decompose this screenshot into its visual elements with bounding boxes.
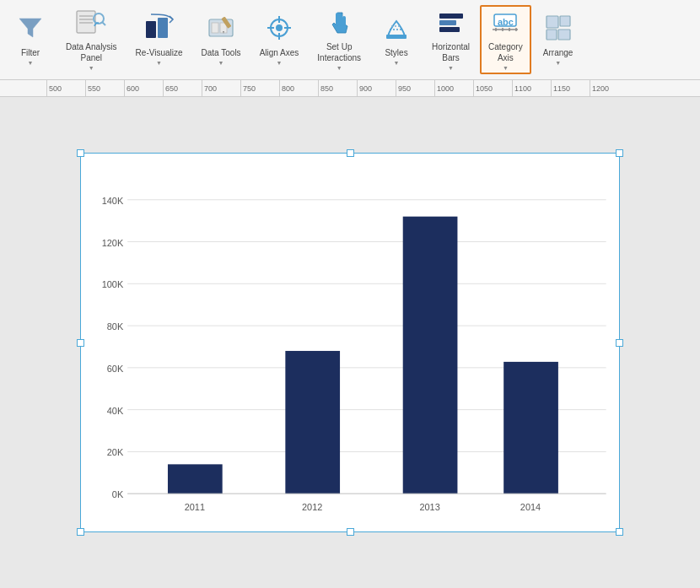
handle-mid-right[interactable] [616, 339, 623, 347]
category-axis-label: CategoryAxis [488, 41, 523, 63]
svg-text:60K: 60K [107, 364, 124, 374]
data-tools-tool[interactable]: Data Tools ▼ [193, 5, 250, 74]
svg-rect-23 [386, 35, 407, 39]
align-axes-tool[interactable]: Align Axes ▼ [251, 5, 308, 74]
styles-icon [380, 12, 412, 44]
data-tools-caret: ▼ [218, 59, 224, 67]
align-axes-caret: ▼ [277, 59, 283, 67]
data-analysis-label: Data AnalysisPanel [66, 41, 117, 63]
arrange-label: Arrange [543, 47, 573, 58]
filter-icon [14, 12, 46, 44]
chart-svg: 0K 20K 40K 60K 80K 100K 120K 140K 2011 2… [81, 154, 619, 531]
svg-marker-0 [19, 19, 41, 37]
styles-tool[interactable]: Styles ▼ [371, 5, 422, 74]
handle-mid-left[interactable] [77, 339, 84, 347]
arrange-tool[interactable]: Arrange ▼ [533, 5, 584, 74]
svg-text:2012: 2012 [302, 502, 322, 512]
handle-bot-mid[interactable] [347, 528, 354, 536]
data-tools-icon [205, 12, 237, 44]
data-analysis-caret: ▼ [89, 64, 94, 72]
handle-top-right[interactable] [616, 149, 623, 157]
svg-text:2013: 2013 [419, 502, 439, 512]
data-analysis-panel-tool[interactable]: Data AnalysisPanel ▼ [57, 5, 126, 74]
canvas-area: 0K 20K 40K 60K 80K 100K 120K 140K 2011 2… [0, 97, 700, 588]
svg-text:120K: 120K [102, 238, 124, 248]
svg-text:2011: 2011 [185, 502, 205, 512]
align-axes-icon [263, 12, 295, 44]
interactions-caret: ▼ [337, 64, 342, 72]
handle-bot-right[interactable] [616, 528, 623, 536]
svg-point-15 [276, 24, 283, 31]
svg-rect-39 [558, 30, 570, 40]
svg-text:2014: 2014 [520, 502, 541, 512]
toolbar: Filter ▼ Data AnalysisPanel ▼ [0, 0, 700, 80]
ruler: 500 550 600 650 700 750 800 850 900 950 … [0, 80, 700, 97]
data-analysis-icon [75, 8, 107, 38]
svg-line-6 [102, 22, 105, 25]
category-axis-tool[interactable]: abc CategoryAxis ▼ [480, 5, 531, 74]
svg-rect-22 [342, 16, 346, 26]
bar-2011[interactable] [168, 464, 223, 494]
svg-text:abc: abc [498, 17, 514, 27]
category-axis-caret: ▼ [503, 64, 509, 72]
svg-rect-36 [547, 16, 558, 28]
arrange-caret: ▼ [555, 59, 561, 67]
svg-rect-28 [439, 27, 460, 32]
styles-caret: ▼ [394, 59, 400, 67]
horizontal-bars-label: HorizontalBars [432, 41, 470, 63]
svg-rect-10 [212, 23, 218, 33]
svg-text:20K: 20K [107, 447, 124, 457]
filter-caret: ▼ [28, 59, 34, 67]
interactions-icon [323, 8, 355, 38]
re-visualize-icon [143, 12, 175, 44]
chart-container[interactable]: 0K 20K 40K 60K 80K 100K 120K 140K 2011 2… [80, 153, 620, 532]
svg-text:0K: 0K [112, 489, 124, 499]
re-visualize-tool[interactable]: Re-Visualize ▼ [127, 5, 191, 74]
svg-rect-21 [339, 14, 342, 26]
svg-rect-20 [336, 13, 339, 26]
svg-rect-37 [560, 16, 570, 26]
horizontal-bars-icon [435, 8, 467, 38]
svg-text:40K: 40K [107, 406, 124, 416]
filter-tool[interactable]: Filter ▼ [5, 5, 56, 74]
svg-text:140K: 140K [102, 196, 124, 206]
interactions-label: Set UpInteractions [317, 41, 361, 63]
horizontal-bars-tool[interactable]: HorizontalBars ▼ [423, 5, 478, 74]
set-up-interactions-tool[interactable]: Set UpInteractions ▼ [309, 5, 369, 74]
filter-label: Filter [21, 47, 40, 58]
svg-text:80K: 80K [107, 321, 124, 332]
handle-bot-left[interactable] [77, 528, 84, 536]
svg-rect-1 [77, 11, 95, 33]
svg-rect-38 [547, 30, 557, 40]
category-axis-icon: abc [489, 8, 521, 38]
bar-2013[interactable] [403, 217, 458, 494]
bar-2014[interactable] [503, 362, 558, 494]
svg-rect-8 [158, 18, 168, 38]
handle-top-left[interactable] [77, 149, 84, 157]
svg-rect-26 [439, 13, 463, 19]
arrange-icon [542, 12, 574, 44]
horizontal-bars-caret: ▼ [448, 64, 454, 72]
bar-2012[interactable] [285, 351, 340, 494]
svg-rect-27 [439, 20, 456, 25]
styles-label: Styles [385, 47, 407, 58]
handle-top-mid[interactable] [347, 149, 354, 157]
re-visualize-label: Re-Visualize [136, 47, 183, 58]
data-tools-label: Data Tools [202, 47, 241, 58]
svg-text:100K: 100K [102, 279, 124, 289]
re-visualize-caret: ▼ [156, 59, 162, 67]
align-axes-label: Align Axes [260, 47, 299, 58]
svg-rect-7 [146, 21, 156, 38]
